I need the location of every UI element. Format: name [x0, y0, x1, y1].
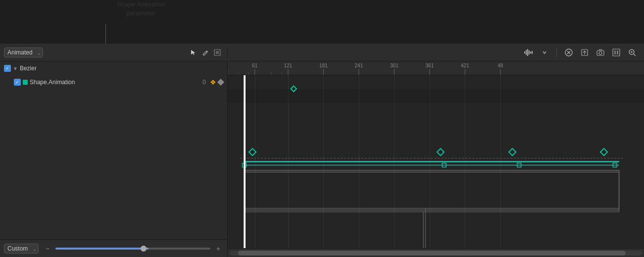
shape-animation-timeline-row: [228, 89, 644, 103]
main-content: ▼ Bezier Shape.Animation 0 ❖ Custom: [0, 61, 644, 257]
top-annotation-label: Shape Animation parameter: [109, 0, 173, 18]
camera-icon[interactable]: [594, 47, 606, 58]
svg-text:421: 421: [461, 63, 469, 68]
animated-select-wrapper[interactable]: Animated All Modified: [4, 48, 43, 57]
svg-text:121: 121: [284, 63, 293, 68]
svg-rect-5: [527, 49, 528, 56]
shape-animation-name: Shape.Animation: [30, 79, 200, 86]
bottom-bar-left: Custom − +: [0, 239, 227, 257]
bezier-timeline-row: [228, 75, 644, 89]
playhead[interactable]: [245, 75, 246, 248]
svg-rect-44: [245, 172, 619, 210]
keyframe-arrow-icon[interactable]: ❖: [210, 78, 216, 86]
timeline-ruler: 61 121 181 241 301 361 421 48: [228, 61, 644, 75]
svg-point-13: [599, 51, 602, 54]
svg-rect-50: [613, 163, 617, 167]
waveform-icon[interactable]: [523, 47, 535, 58]
toolbar-right: [228, 47, 644, 58]
scrollbar-thumb[interactable]: [238, 251, 626, 256]
scrollbar-track[interactable]: [230, 251, 642, 256]
chevron-down-icon[interactable]: [539, 47, 550, 58]
keyframe-value: 0: [202, 79, 206, 86]
zoom-slider-thumb[interactable]: [141, 246, 147, 252]
svg-rect-4: [526, 50, 527, 55]
animated-select[interactable]: Animated All Modified: [4, 48, 43, 57]
svg-rect-65: [600, 149, 607, 155]
svg-point-0: [206, 51, 208, 52]
export-icon[interactable]: [579, 47, 591, 58]
shape-animation-checkbox[interactable]: [14, 79, 21, 86]
svg-rect-48: [442, 163, 446, 167]
svg-rect-8: [532, 51, 533, 54]
svg-text:48: 48: [497, 63, 503, 68]
svg-rect-16: [617, 51, 618, 54]
zoom-fit-icon[interactable]: [626, 47, 638, 58]
pen-tool-button[interactable]: [199, 47, 211, 58]
bezier-checkbox[interactable]: [4, 65, 11, 72]
bezier-expand-icon[interactable]: ▼: [13, 66, 18, 71]
select-tool-button[interactable]: [188, 47, 199, 58]
main-ui: Animated All Modified: [0, 44, 644, 257]
svg-rect-53: [245, 170, 619, 212]
svg-rect-6: [529, 51, 530, 54]
layer-list: ▼ Bezier Shape.Animation 0 ❖: [0, 61, 227, 239]
svg-rect-3: [524, 51, 525, 53]
keyframe-diamond-icon[interactable]: [217, 79, 224, 86]
zoom-slider-track: [55, 248, 149, 250]
zoom-in-button[interactable]: +: [213, 244, 223, 254]
transform-tool-button[interactable]: [211, 47, 223, 58]
svg-text:181: 181: [319, 63, 328, 68]
shape-animation-layer-item[interactable]: Shape.Animation 0 ❖: [0, 75, 227, 89]
zoom-slider[interactable]: [55, 248, 210, 250]
svg-rect-7: [530, 51, 531, 53]
svg-rect-15: [614, 51, 616, 54]
svg-line-18: [634, 54, 636, 56]
svg-rect-63: [437, 149, 444, 155]
svg-rect-2: [216, 51, 219, 54]
svg-rect-59: [245, 170, 619, 208]
trim-icon[interactable]: [610, 47, 622, 58]
svg-text:361: 361: [426, 63, 434, 68]
close-circle-icon[interactable]: [563, 47, 575, 58]
shape-animation-dot: [23, 80, 28, 85]
svg-text:241: 241: [355, 63, 363, 68]
timeline-panel: 61 121 181 241 301 361 421 48: [228, 61, 644, 257]
svg-text:301: 301: [390, 63, 398, 68]
left-panel: ▼ Bezier Shape.Animation 0 ❖ Custom: [0, 61, 228, 257]
svg-rect-14: [613, 49, 620, 56]
bezier-layer-item[interactable]: ▼ Bezier: [0, 61, 227, 75]
custom-select[interactable]: Custom: [4, 244, 39, 254]
timeline-content: [228, 75, 644, 248]
svg-text:61: 61: [252, 63, 258, 68]
svg-rect-49: [517, 163, 521, 167]
bezier-layer-name: Bezier: [20, 65, 223, 72]
zoom-out-button[interactable]: −: [43, 244, 52, 254]
toolbar-left: Animated All Modified: [0, 47, 228, 58]
custom-select-wrapper[interactable]: Custom: [4, 244, 39, 254]
timeline-scrollbar[interactable]: [228, 248, 644, 257]
svg-rect-64: [509, 149, 516, 155]
separator-1: [556, 48, 557, 57]
toolbar: Animated All Modified: [0, 44, 644, 61]
